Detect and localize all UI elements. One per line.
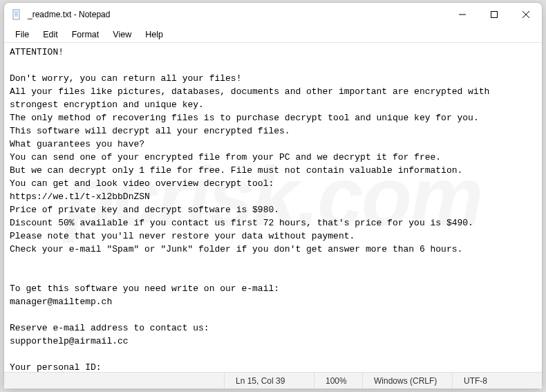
text-content[interactable]: ATTENTION! Don't worry, you can return a… <box>4 43 542 372</box>
status-bar: Ln 15, Col 39 100% Windows (CRLF) UTF-8 <box>4 372 542 389</box>
maximize-button[interactable] <box>478 3 510 26</box>
menu-file[interactable]: File <box>8 28 36 41</box>
menu-help[interactable]: Help <box>138 28 170 41</box>
status-line-ending: Windows (CRLF) <box>362 373 452 389</box>
svg-rect-6 <box>491 12 498 18</box>
window-controls <box>446 3 542 26</box>
window-title: _readme.txt - Notepad <box>28 10 446 19</box>
status-position: Ln 15, Col 39 <box>224 373 314 389</box>
menu-edit[interactable]: Edit <box>36 28 65 41</box>
status-zoom: 100% <box>314 373 362 389</box>
title-bar[interactable]: _readme.txt - Notepad <box>4 3 542 26</box>
status-encoding: UTF-8 <box>452 373 542 389</box>
menu-bar: File Edit Format View Help <box>4 26 542 43</box>
close-button[interactable] <box>510 3 542 26</box>
menu-view[interactable]: View <box>106 28 138 41</box>
minimize-button[interactable] <box>446 3 478 26</box>
menu-format[interactable]: Format <box>65 28 106 41</box>
notepad-window: _readme.txt - Notepad File Edit Format V… <box>3 2 543 389</box>
document-icon <box>11 9 22 20</box>
